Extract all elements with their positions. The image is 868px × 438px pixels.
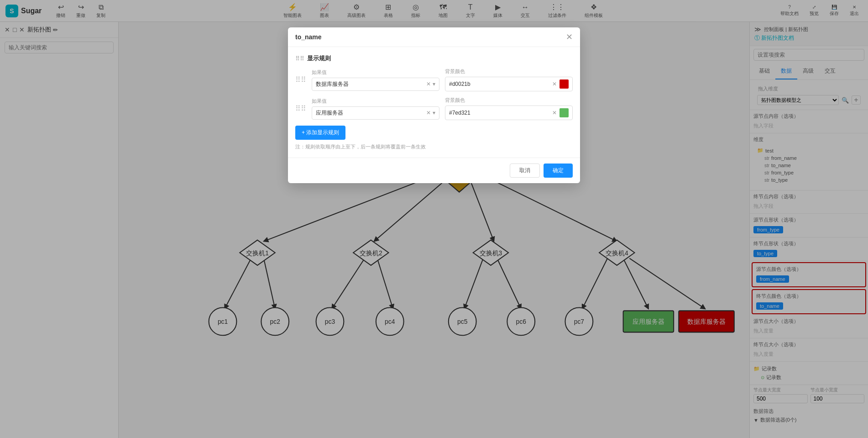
display-rules-dialog: to_name ✕ ⠿⠿ 显示规则 ⠿⠿ 如果值 数据库服务器 ✕ ▾	[288, 27, 580, 183]
rule-row-0: ⠿⠿ 如果值 数据库服务器 ✕ ▾ 背景颜色 #d0021b	[295, 68, 573, 91]
rule-if-label-0: 如果值	[312, 69, 439, 76]
rule-color-swatch-1[interactable]	[559, 108, 569, 117]
rule-color-input-1[interactable]: #7ed321 ✕	[445, 106, 573, 120]
display-rules-header: ⠿⠿ 显示规则	[295, 54, 573, 63]
rule-row-1: ⠿⠿ 如果值 应用服务器 ✕ ▾ 背景颜色 #7ed321	[295, 97, 573, 120]
rule-if-field-0: 如果值 数据库服务器 ✕ ▾	[312, 69, 439, 91]
rule-note: 注：规则依取顺序由上至下，后一条规则将覆盖前一条生效	[295, 143, 573, 150]
rule-color-field-0: 背景颜色 #d0021b ✕	[445, 68, 573, 91]
dialog-overlay[interactable]: to_name ✕ ⠿⠿ 显示规则 ⠿⠿ 如果值 数据库服务器 ✕ ▾	[0, 0, 868, 438]
rule-chevron-icon-0[interactable]: ▾	[433, 81, 435, 87]
rule-color-label-1: 背景颜色	[445, 97, 573, 104]
rule-color-text-0: #d0021b	[449, 81, 549, 87]
rule-color-text-1: #7ed321	[449, 110, 549, 116]
rule-color-label-0: 背景颜色	[445, 68, 573, 75]
rule-color-clear-1[interactable]: ✕	[552, 110, 557, 116]
dialog-title: to_name	[295, 33, 322, 41]
rule-if-field-1: 如果值 应用服务器 ✕ ▾	[312, 98, 439, 120]
display-rules-label: 显示规则	[307, 54, 331, 63]
rule-color-input-0[interactable]: #d0021b ✕	[445, 77, 573, 91]
drag-handle-icon: ⠿⠿	[295, 55, 304, 62]
rule-if-value-0: 数据库服务器	[316, 80, 424, 88]
rule-clear-icon-1[interactable]: ✕	[426, 110, 431, 116]
rule-drag-0[interactable]: ⠿⠿	[295, 75, 306, 84]
rule-if-value-1: 应用服务器	[316, 109, 424, 117]
rule-color-swatch-0[interactable]	[559, 79, 569, 89]
cancel-button[interactable]: 取消	[510, 164, 540, 178]
add-rule-button[interactable]: + 添加显示规则	[295, 126, 345, 140]
dialog-header: to_name ✕	[288, 27, 580, 47]
dialog-body: ⠿⠿ 显示规则 ⠿⠿ 如果值 数据库服务器 ✕ ▾ 背	[288, 47, 580, 158]
rule-chevron-icon-1[interactable]: ▾	[433, 110, 435, 116]
dialog-close-button[interactable]: ✕	[566, 33, 573, 41]
rule-color-field-1: 背景颜色 #7ed321 ✕	[445, 97, 573, 120]
rule-if-label-1: 如果值	[312, 98, 439, 105]
rule-if-icons-1: ✕ ▾	[426, 110, 435, 116]
dialog-footer: 取消 确定	[288, 158, 580, 183]
rule-if-icons-0: ✕ ▾	[426, 81, 435, 87]
rule-drag-1[interactable]: ⠿⠿	[295, 104, 306, 113]
rule-color-clear-0[interactable]: ✕	[552, 81, 557, 87]
rule-if-select-0[interactable]: 数据库服务器 ✕ ▾	[312, 78, 439, 91]
confirm-button[interactable]: 确定	[544, 164, 573, 178]
rule-clear-icon-0[interactable]: ✕	[426, 81, 431, 87]
rule-if-select-1[interactable]: 应用服务器 ✕ ▾	[312, 106, 439, 120]
